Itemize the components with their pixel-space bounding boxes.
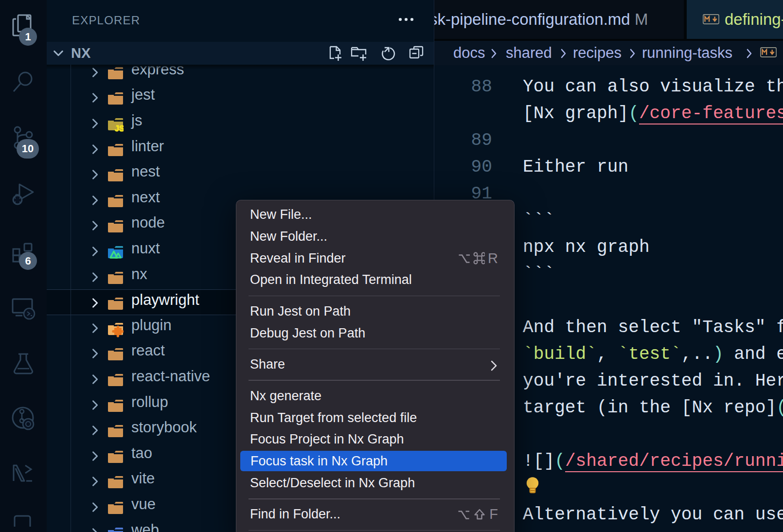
svg-text:JS: JS — [115, 124, 124, 133]
